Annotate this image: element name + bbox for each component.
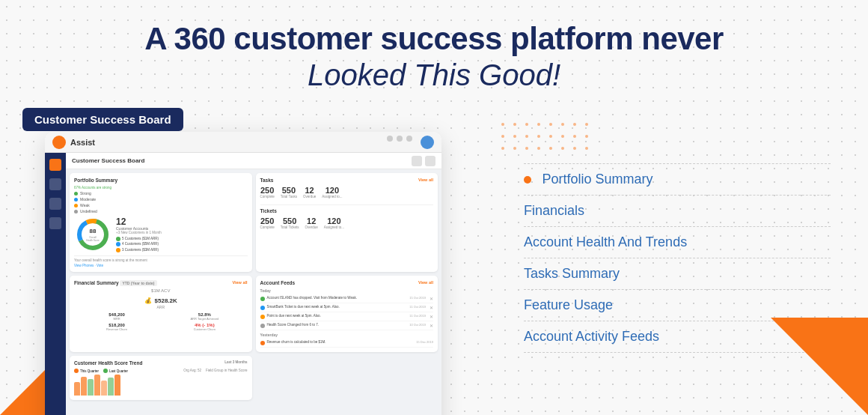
dp-17 xyxy=(501,147,504,150)
ticket-num-overdue: 12 xyxy=(305,216,318,225)
feature-tasks-summary[interactable]: Tasks Summary xyxy=(524,258,831,290)
sidebar-icon-grid xyxy=(49,217,61,229)
fin-amount: 💰 $528.2K xyxy=(74,293,248,305)
ca-row-2: 4 Customers ($5M ARR) xyxy=(116,242,162,246)
svg-text:88: 88 xyxy=(90,228,97,234)
dash-body: Customer Success Board Portfolio Summary xyxy=(45,153,441,415)
tasks-view-all[interactable]: View all xyxy=(418,178,433,182)
dp-14 xyxy=(561,135,564,138)
feature-label-health: Account Health And Trends xyxy=(524,234,687,249)
orange-triangle-right xyxy=(771,318,868,415)
task-stats: 250 Complete 550 Total Tasks 12 xyxy=(260,186,434,199)
feature-financials[interactable]: Financials xyxy=(524,196,831,227)
fin-grid: $48,200 MRR 52.8% ARR Target Achieved $1… xyxy=(74,312,248,331)
ticket-stat-assigned: 120 Assigned to... xyxy=(324,216,344,229)
trend-dot-this xyxy=(74,369,79,373)
trend-card: Customer Health Score Trend Last 3 Month… xyxy=(70,356,252,400)
dash-dot-1 xyxy=(387,136,393,142)
ca-dot-1 xyxy=(116,237,120,241)
ticket-stat-complete: 250 Complete xyxy=(260,216,275,229)
svg-text:Health Score: Health Score xyxy=(86,239,100,242)
dp-24 xyxy=(585,147,588,150)
dp-8 xyxy=(585,123,588,126)
legend-label-weak: Weak xyxy=(80,203,90,208)
task-stat-complete: 250 Complete xyxy=(260,186,275,199)
feed-date-3: 11 Oct 2019 xyxy=(409,314,426,318)
feed-close-1[interactable]: ✕ xyxy=(430,296,433,301)
dash-dot-3 xyxy=(406,136,412,142)
legend-label-moderate: Moderate xyxy=(80,197,96,202)
ytd-badge: YTD (Year to date) xyxy=(120,280,156,286)
dash-topbar: Assist xyxy=(45,132,441,153)
fin-arr-lbl: ARR Target Achieved xyxy=(162,317,247,321)
fin-rev-churn: $18,200 Revenue Churn xyxy=(74,323,159,331)
dp-19 xyxy=(525,147,528,150)
ticket-lbl-overdue: Overdue xyxy=(305,225,318,229)
dp-11 xyxy=(525,135,528,138)
trend-last-label: Last Quarter xyxy=(109,369,128,373)
csb-label: Customer Success Board xyxy=(22,108,183,131)
main-container: A 360 customer success platform never Lo… xyxy=(0,0,868,415)
tasks-title: Tasks View all xyxy=(260,178,434,183)
tickets-stats: 250 Complete 550 Total Tickets xyxy=(260,216,434,229)
dp-2 xyxy=(513,123,516,126)
feature-portfolio[interactable]: Portfolio Summary xyxy=(524,163,831,196)
task-num-assigned: 120 xyxy=(322,186,342,195)
dp-10 xyxy=(513,135,516,138)
dp-6 xyxy=(561,123,564,126)
feed-close-2[interactable]: ✕ xyxy=(430,305,433,310)
donut-chart: 88 Overall Health Score xyxy=(74,216,111,253)
dash-sidebar xyxy=(45,153,66,415)
feature-label-feeds: Account Activity Feeds xyxy=(524,329,659,344)
feed-close-3[interactable]: ✕ xyxy=(430,314,433,319)
ticket-stat-overdue: 12 Overdue xyxy=(305,216,318,229)
feature-label-financials: Financials xyxy=(524,203,584,218)
ticket-lbl-complete: Complete xyxy=(260,225,275,229)
header-title-line2: Looked This Good! xyxy=(15,57,853,93)
trend-group: Field Group in Health Score xyxy=(206,369,248,373)
dp-15 xyxy=(573,135,576,138)
legend-dot-undefined xyxy=(74,210,78,213)
feed-dot-3 xyxy=(260,315,265,319)
dp-1 xyxy=(501,123,504,126)
task-stat-overdue: 12 Overdue xyxy=(303,186,316,199)
fin-cust-churn: 4% (- 1%) Customer Churn xyxy=(162,323,247,331)
dp-7 xyxy=(573,123,576,126)
right-panel: Portfolio Summary Financials Account Hea… xyxy=(464,100,868,415)
trend-bar-6 xyxy=(108,378,114,396)
legend-label-undefined: Undefined xyxy=(80,209,97,213)
financial-view-all[interactable]: View all xyxy=(232,280,247,285)
task-stat-assigned: 120 Assigned to... xyxy=(322,186,342,199)
trend-bar-1 xyxy=(74,382,80,396)
task-lbl-assigned: Assigned to... xyxy=(322,195,342,199)
trend-title: Customer Health Score Trend Last 3 Month… xyxy=(74,360,248,366)
dash-dot-2 xyxy=(397,136,403,142)
task-lbl-overdue: Overdue xyxy=(303,195,316,199)
dp-16 xyxy=(585,135,588,138)
trend-bars xyxy=(74,375,248,396)
dp-18 xyxy=(513,147,516,150)
trend-this-label: This Quarter xyxy=(80,369,99,373)
health-text: Your overall health score is strong at t… xyxy=(74,255,248,262)
legend-weak: Weak xyxy=(74,203,248,208)
dash-header-icons xyxy=(412,156,435,166)
feed-dot-2 xyxy=(260,306,265,310)
dash-icon-2 xyxy=(425,156,435,166)
ca-row-3: 3 Customers ($3M ARR) xyxy=(116,248,162,252)
header-section: A 360 customer success platform never Lo… xyxy=(0,0,868,100)
ca-rows: 5 Customers ($1M ARR) 4 Customers ($5M A… xyxy=(116,237,162,252)
donut-area: 88 Overall Health Score 12 Customer Acco… xyxy=(74,216,248,253)
feature-label-tasks: Tasks Summary xyxy=(524,266,620,281)
feed-close-4[interactable]: ✕ xyxy=(430,323,433,328)
sidebar-icon-home xyxy=(49,159,61,171)
portfolio-legend: Strong Moderate Weak xyxy=(74,191,248,213)
ticket-num-complete: 250 xyxy=(260,216,275,225)
tickets-section: Tickets 250 Complete 550 xyxy=(260,205,434,229)
task-stat-total: 550 Total Tasks xyxy=(281,186,297,199)
feeds-view-all[interactable]: View all xyxy=(418,280,433,285)
trend-this-quarter: This Quarter xyxy=(74,369,99,373)
legend-undefined: Undefined xyxy=(74,209,248,213)
feature-health-trends[interactable]: Account Health And Trends xyxy=(524,227,831,258)
feature-usage[interactable]: Feature Usage xyxy=(524,290,831,321)
view-phones-link[interactable]: View Phones · Vote xyxy=(74,264,248,267)
